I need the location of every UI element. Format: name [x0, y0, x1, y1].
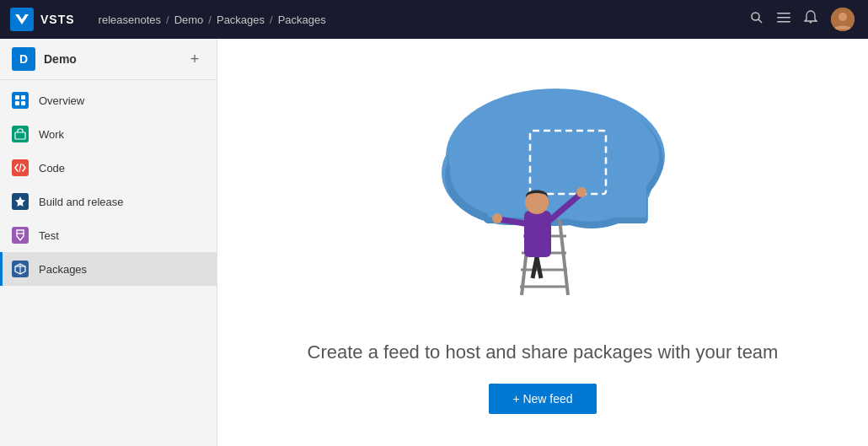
svg-point-1 — [752, 13, 759, 20]
nav-icons-area — [750, 8, 855, 31]
sidebar: D Demo + Overview Work — [0, 39, 217, 446]
svg-rect-3 — [777, 13, 790, 14]
vsts-logo-icon — [10, 8, 34, 31]
sidebar-nav: Overview Work Code Build and release — [0, 80, 217, 289]
sidebar-project: D Demo — [12, 47, 77, 71]
svg-rect-8 — [15, 95, 19, 99]
sidebar-item-code-label: Code — [39, 162, 65, 175]
breadcrumb-sep-3: / — [270, 13, 273, 26]
app-title: VSTS — [40, 13, 75, 26]
sidebar-item-test[interactable]: Test — [0, 218, 217, 252]
svg-rect-11 — [21, 101, 25, 105]
svg-rect-4 — [777, 17, 790, 19]
svg-point-7 — [839, 13, 847, 21]
main-layout: D Demo + Overview Work — [0, 39, 868, 446]
sidebar-item-packages-label: Packages — [39, 263, 87, 276]
search-icon[interactable] — [750, 11, 764, 28]
illustration-container — [399, 72, 686, 325]
svg-line-37 — [537, 257, 541, 278]
breadcrumb-sep-2: / — [208, 13, 212, 26]
sidebar-header: D Demo + — [0, 39, 217, 79]
breadcrumb-packages-2[interactable]: Packages — [278, 13, 326, 26]
tagline-text: Create a feed to host and share packages… — [308, 341, 779, 363]
packages-illustration — [399, 72, 686, 299]
sidebar-item-build-label: Build and release — [39, 196, 123, 208]
breadcrumb-sep-1: / — [166, 13, 169, 26]
project-name: Demo — [44, 52, 77, 66]
new-feed-button[interactable]: + New feed — [489, 384, 596, 414]
svg-rect-9 — [21, 95, 25, 99]
svg-line-31 — [560, 219, 568, 295]
logo-area: VSTS — [10, 8, 75, 31]
svg-line-13 — [19, 164, 21, 172]
svg-line-2 — [758, 19, 762, 23]
breadcrumb-demo[interactable]: Demo — [174, 13, 204, 26]
content-area: Create a feed to host and share packages… — [217, 39, 868, 446]
sidebar-item-build-and-release[interactable]: Build and release — [0, 185, 217, 218]
add-project-button[interactable]: + — [185, 49, 205, 69]
top-navigation: VSTS releasenotes / Demo / Packages / Pa… — [0, 0, 868, 39]
test-icon — [12, 227, 29, 244]
sidebar-item-overview-label: Overview — [39, 94, 84, 107]
svg-rect-5 — [777, 21, 790, 23]
breadcrumb-releasenotes[interactable]: releasenotes — [99, 13, 161, 26]
sidebar-item-test-label: Test — [39, 229, 59, 242]
menu-icon[interactable] — [777, 11, 790, 28]
svg-point-41 — [576, 187, 587, 197]
svg-rect-38 — [524, 211, 551, 257]
work-icon — [12, 126, 29, 142]
sidebar-item-work-label: Work — [39, 128, 64, 141]
sidebar-item-code[interactable]: Code — [0, 151, 217, 185]
breadcrumb: releasenotes / Demo / Packages / Package… — [82, 13, 743, 26]
sidebar-item-work[interactable]: Work — [0, 117, 217, 151]
svg-rect-10 — [15, 101, 19, 105]
code-icon — [12, 159, 29, 176]
svg-point-43 — [492, 213, 502, 223]
svg-line-42 — [499, 219, 524, 223]
svg-rect-12 — [15, 132, 25, 139]
sidebar-item-packages[interactable]: Packages — [0, 252, 217, 286]
sidebar-item-overview[interactable]: Overview — [0, 83, 217, 117]
project-avatar: D — [12, 47, 35, 71]
overview-icon — [12, 92, 29, 109]
build-icon — [12, 193, 29, 210]
notifications-icon[interactable] — [804, 10, 817, 29]
packages-icon — [12, 261, 29, 277]
breadcrumb-packages-1[interactable]: Packages — [217, 13, 265, 26]
avatar[interactable] — [831, 8, 855, 31]
